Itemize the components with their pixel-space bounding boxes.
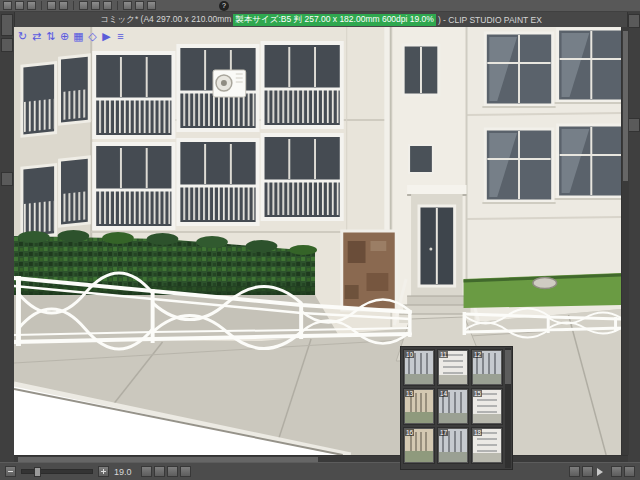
material-number: 14 bbox=[439, 390, 448, 397]
rotate-cw-icon[interactable] bbox=[180, 466, 191, 477]
material-thumbnail-panel: 101112131415161718 bbox=[400, 346, 513, 470]
material-number: 13 bbox=[405, 390, 414, 397]
vertical-scroll-thumb[interactable] bbox=[623, 31, 628, 181]
zoom-fit-icon[interactable] bbox=[123, 1, 132, 10]
main-toolbar: ? bbox=[0, 0, 640, 12]
document-title-post: ) - CLIP STUDIO PAINT EX bbox=[438, 15, 542, 25]
material-number: 15 bbox=[473, 390, 482, 397]
zoom-out-icon[interactable] bbox=[5, 466, 16, 477]
collapsed-palette-tab[interactable] bbox=[1, 172, 13, 186]
material-number: 10 bbox=[405, 351, 414, 358]
3d-object-toolbar: ↻⇄⇅⊕▦◇▶≡ bbox=[16, 30, 127, 43]
cut-icon[interactable] bbox=[79, 1, 88, 10]
zoom-value: 19.0 bbox=[114, 467, 136, 477]
actual-size-icon[interactable] bbox=[154, 466, 165, 477]
rusted-door bbox=[342, 231, 396, 310]
material-number: 17 bbox=[439, 429, 448, 436]
camera-dolly-icon[interactable]: ⇅ bbox=[44, 30, 57, 43]
left-palette-dock bbox=[0, 12, 15, 480]
play-pose-icon[interactable]: ▶ bbox=[100, 30, 113, 43]
toolbar-separator bbox=[41, 1, 42, 10]
collapsed-palette-tab[interactable] bbox=[628, 118, 640, 132]
copy-icon[interactable] bbox=[91, 1, 100, 10]
material-thumbnail[interactable]: 14 bbox=[437, 388, 469, 425]
material-thumbnail[interactable]: 15 bbox=[471, 388, 503, 425]
camera-pan-icon[interactable]: ⇄ bbox=[30, 30, 43, 43]
canvas-3d-scene[interactable] bbox=[14, 27, 621, 455]
air-conditioner bbox=[213, 70, 246, 97]
collapsed-palette-tab[interactable] bbox=[1, 38, 13, 52]
material-thumbnail[interactable]: 13 bbox=[403, 388, 435, 425]
material-number: 12 bbox=[473, 351, 482, 358]
speaker-icon[interactable] bbox=[597, 468, 607, 476]
collapsed-palette-tab[interactable] bbox=[1, 14, 13, 36]
rotate-ccw-icon[interactable] bbox=[167, 466, 178, 477]
object-menu-icon[interactable]: ≡ bbox=[114, 30, 127, 43]
new-file-icon[interactable] bbox=[3, 1, 12, 10]
material-grid: 101112131415161718 bbox=[403, 349, 503, 467]
document-canvas[interactable] bbox=[14, 27, 621, 455]
material-thumbnail[interactable]: 18 bbox=[471, 427, 503, 464]
material-thumbnail[interactable]: 10 bbox=[403, 349, 435, 386]
undo-icon[interactable] bbox=[47, 1, 56, 10]
manhole bbox=[533, 278, 557, 289]
status-bar: 19.0 bbox=[0, 462, 640, 480]
grid-toggle-icon[interactable] bbox=[147, 1, 156, 10]
redo-icon[interactable] bbox=[59, 1, 68, 10]
fit-to-screen-icon[interactable] bbox=[141, 466, 152, 477]
material-thumbnail[interactable]: 12 bbox=[471, 349, 503, 386]
object-rotate-icon[interactable]: ◇ bbox=[86, 30, 99, 43]
rotate-view-icon[interactable] bbox=[135, 1, 144, 10]
help-icon[interactable]: ? bbox=[219, 1, 229, 11]
open-file-icon[interactable] bbox=[15, 1, 24, 10]
document-title-bar: コミック* (A4 297.00 x 210.00mm 製本サイズ:B5 判 2… bbox=[14, 12, 628, 28]
collapsed-palette-tab[interactable] bbox=[628, 14, 640, 28]
object-move-icon[interactable]: ⊕ bbox=[58, 30, 71, 43]
material-scroll-thumb[interactable] bbox=[505, 350, 511, 384]
canvas-vertical-scrollbar[interactable] bbox=[621, 27, 629, 455]
save-icon[interactable] bbox=[27, 1, 36, 10]
toolbar-separator bbox=[117, 1, 118, 10]
flip-horizontal-icon[interactable] bbox=[569, 466, 580, 477]
material-thumbnail[interactable]: 17 bbox=[437, 427, 469, 464]
navigator-icon[interactable] bbox=[582, 466, 593, 477]
document-title-pre: コミック* (A4 297.00 x 210.00mm bbox=[100, 14, 231, 26]
workspace-icon[interactable] bbox=[611, 466, 622, 477]
material-panel-scrollbar[interactable] bbox=[505, 348, 511, 468]
zoom-slider[interactable] bbox=[21, 469, 93, 474]
material-number: 11 bbox=[439, 351, 448, 358]
material-thumbnail[interactable]: 11 bbox=[437, 349, 469, 386]
resize-grip-icon[interactable] bbox=[624, 466, 635, 477]
paste-icon[interactable] bbox=[103, 1, 112, 10]
camera-rotate-icon[interactable]: ↻ bbox=[16, 30, 29, 43]
material-number: 16 bbox=[405, 429, 414, 436]
material-number: 18 bbox=[473, 429, 482, 436]
toolbar-separator bbox=[73, 1, 74, 10]
object-snap-grid-icon[interactable]: ▦ bbox=[72, 30, 85, 43]
document-title-binding-size: 製本サイズ:B5 判 257.00 x 182.00mm 600dpi 19.0… bbox=[233, 14, 436, 26]
material-thumbnail[interactable]: 16 bbox=[403, 427, 435, 464]
zoom-in-icon[interactable] bbox=[98, 466, 109, 477]
zoom-slider-thumb[interactable] bbox=[34, 467, 41, 477]
